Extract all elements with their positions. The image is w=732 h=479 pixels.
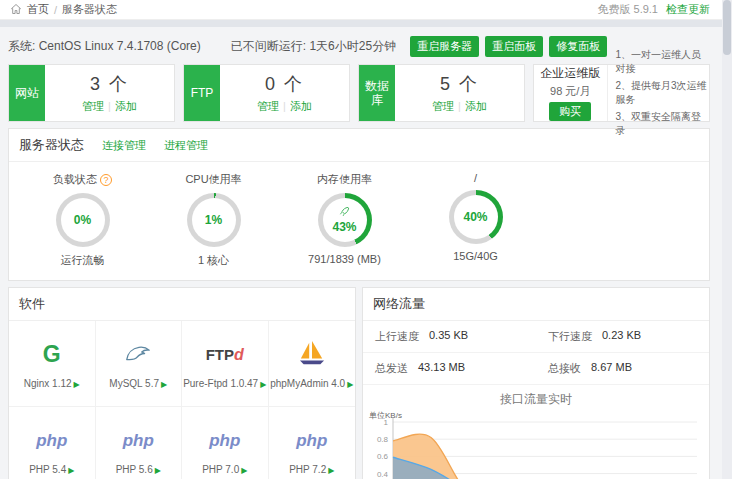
stat-card-count: 0 个 — [265, 72, 304, 96]
system-button-0[interactable]: 重启服务器 — [410, 36, 479, 57]
bottom-row: 软件 GNginx 1.12▶MySQL 5.7▶FTPdPure-Ftpd 1… — [8, 281, 710, 479]
software-header: 软件 — [9, 288, 355, 321]
network-header: 网络流量 — [363, 288, 709, 321]
software-item-1[interactable]: MySQL 5.7▶ — [96, 321, 183, 407]
running-play-icon[interactable]: ▶ — [241, 466, 247, 475]
gauge-percent: 40% — [463, 210, 487, 224]
gauge-title: 负载状态? — [53, 172, 112, 187]
server-status-title: 服务器状态 — [19, 136, 84, 154]
software-name: Pure-Ftpd 1.0.47▶ — [183, 378, 266, 389]
running-play-icon[interactable]: ▶ — [161, 380, 167, 389]
software-item-7[interactable]: phpPHP 7.2▶ — [269, 407, 356, 479]
pure-ftpd-logo-icon: FTPd — [206, 346, 244, 364]
network-stat-value: 0.35 KB — [429, 329, 468, 344]
network-title: 网络流量 — [373, 295, 425, 313]
gauge-title: 内存使用率 — [317, 172, 372, 187]
network-stat-label: 下行速度 — [548, 329, 592, 344]
software-name: PHP 7.2▶ — [289, 464, 334, 475]
system-buttons: 重启服务器重启面板修复面板 — [410, 36, 613, 57]
svg-text:0.6: 0.6 — [377, 452, 389, 461]
gauge-caption: 15G/40G — [453, 250, 498, 262]
add-link[interactable]: 添加 — [290, 100, 312, 112]
traffic-chart-svg: 00.20.40.60.8117:32:1117:32:1617:32:2017… — [367, 410, 703, 479]
scrollbar-thumb[interactable] — [723, 0, 731, 55]
chart-unit-label: 单位KB/s — [369, 411, 402, 420]
phpmyadmin-sailboat-icon — [297, 340, 327, 369]
gauge-2: 内存使用率43%791/1839 (MB) — [279, 172, 410, 268]
gauge-percent: 1% — [205, 213, 222, 227]
software-item-2[interactable]: FTPdPure-Ftpd 1.0.47▶ — [182, 321, 269, 407]
network-stat-label: 总接收 — [548, 361, 581, 376]
software-name: PHP 5.6▶ — [116, 464, 161, 475]
software-item-4[interactable]: phpPHP 5.4▶ — [9, 407, 96, 479]
php-logo-icon: php — [36, 431, 67, 451]
traffic-chart: 00.20.40.60.8117:32:1117:32:1617:32:2017… — [363, 410, 709, 479]
manage-link[interactable]: 管理 — [257, 100, 279, 112]
breadcrumb-home-link[interactable]: 首页 — [27, 2, 49, 17]
software-name: phpMyAdmin 4.0▶ — [270, 378, 353, 389]
manage-link[interactable]: 管理 — [432, 100, 454, 112]
running-play-icon[interactable]: ▶ — [260, 380, 266, 389]
system-button-1[interactable]: 重启面板 — [485, 36, 543, 57]
system-info-row: 系统: CentOS Linux 7.4.1708 (Core) 已不间断运行:… — [8, 33, 710, 59]
gauge-caption: 791/1839 (MB) — [308, 253, 381, 265]
add-link[interactable]: 添加 — [465, 100, 487, 112]
network-stat-label: 总发送 — [375, 361, 408, 376]
chart-title: 接口流量实时 — [363, 385, 709, 410]
software-item-6[interactable]: phpPHP 7.0▶ — [182, 407, 269, 479]
stat-card-tag: FTP — [184, 65, 220, 121]
gauge-ring: 40% — [449, 190, 503, 244]
gauge-percent: 0% — [74, 213, 91, 227]
home-icon — [10, 3, 22, 17]
manage-link[interactable]: 管理 — [82, 100, 104, 112]
buy-button[interactable]: 购买 — [549, 102, 591, 121]
system-button-2[interactable]: 修复面板 — [549, 36, 607, 57]
software-item-0[interactable]: GNginx 1.12▶ — [9, 321, 96, 407]
main-content: 系统: CentOS Linux 7.4.1708 (Core) 已不间断运行:… — [0, 27, 732, 479]
promo-feature-2: 3、双重安全隔离登录 — [616, 110, 710, 138]
software-panel: 软件 GNginx 1.12▶MySQL 5.7▶FTPdPure-Ftpd 1… — [8, 287, 356, 479]
server-status-header: 服务器状态 连接管理进程管理 — [9, 129, 709, 162]
gauge-1: CPU使用率1%1 核心 — [148, 172, 279, 268]
gauge-title: / — [474, 172, 477, 184]
system-uptime-text: 已不间断运行: 1天6小时25分钟 — [231, 38, 396, 55]
php-logo-icon: php — [296, 431, 327, 451]
mysql-dolphin-icon — [123, 341, 153, 368]
software-name: Nginx 1.12▶ — [24, 378, 80, 389]
help-icon[interactable]: ? — [100, 174, 112, 186]
network-stat-value: 8.67 MB — [591, 361, 632, 376]
server-status-tab-0[interactable]: 连接管理 — [102, 139, 146, 151]
promo-features: 1、一对一运维人员对接2、提供每月3次运维服务3、双重安全隔离登录 — [608, 65, 710, 121]
gauge-title-text: / — [474, 172, 477, 184]
stat-card-count: 5 个 — [440, 72, 479, 96]
gauge-title-text: CPU使用率 — [185, 172, 241, 187]
link-separator: | — [458, 100, 461, 112]
stat-card-count: 3 个 — [90, 72, 129, 96]
memory-release-icon[interactable] — [339, 206, 350, 220]
software-title: 软件 — [19, 295, 45, 313]
gauge-caption: 运行流畅 — [61, 253, 105, 268]
server-status-tab-1[interactable]: 进程管理 — [164, 139, 208, 151]
nginx-logo-icon: G — [43, 341, 61, 368]
stat-card-tag: 网站 — [9, 65, 45, 121]
running-play-icon[interactable]: ▶ — [68, 466, 74, 475]
running-play-icon[interactable]: ▶ — [155, 466, 161, 475]
add-link[interactable]: 添加 — [115, 100, 137, 112]
gauges-row: 负载状态?0%运行流畅CPU使用率1%1 核心内存使用率43%791/1839 … — [9, 162, 709, 280]
running-play-icon[interactable]: ▶ — [74, 380, 80, 389]
software-item-3[interactable]: phpMyAdmin 4.0▶ — [269, 321, 356, 407]
stat-card-0: 网站3 个管理|添加 — [8, 64, 175, 122]
gauge-0: 负载状态?0%运行流畅 — [17, 172, 148, 268]
network-stat-value: 43.13 MB — [418, 361, 465, 376]
running-play-icon[interactable]: ▶ — [347, 380, 353, 389]
network-stat-3: 总接收8.67 MB — [536, 353, 709, 385]
running-play-icon[interactable]: ▶ — [328, 466, 334, 475]
gauge-title: CPU使用率 — [185, 172, 241, 187]
gauge-3: /40%15G/40G — [410, 172, 541, 268]
promo-price: 98 元/月 — [550, 84, 590, 99]
check-update-link[interactable]: 检查更新 — [666, 2, 710, 17]
software-name: MySQL 5.7▶ — [109, 378, 167, 389]
stat-cards-row: 网站3 个管理|添加FTP0 个管理|添加数据库5 个管理|添加企业运维版98 … — [8, 64, 710, 122]
software-item-5[interactable]: phpPHP 5.6▶ — [96, 407, 183, 479]
breadcrumb-current: 服务器状态 — [62, 2, 117, 17]
